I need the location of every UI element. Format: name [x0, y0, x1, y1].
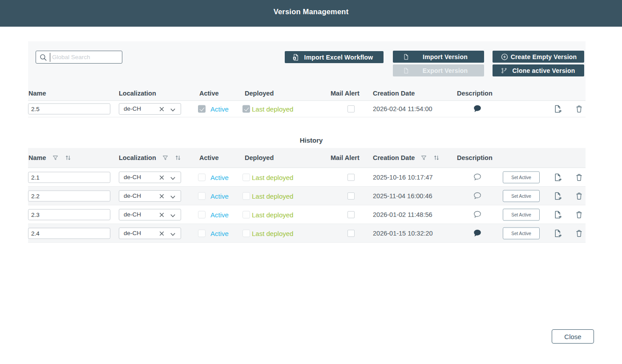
clear-icon[interactable]	[158, 212, 165, 218]
deployed-label: Last deployed	[252, 229, 293, 237]
mail-alert-checkbox[interactable]	[347, 211, 355, 218]
delete-icon[interactable]	[575, 229, 583, 237]
active-checkbox[interactable]	[198, 211, 206, 218]
localization-select[interactable]: de-CH	[119, 103, 181, 115]
import-version-button[interactable]: Import Version	[393, 51, 484, 63]
clear-icon[interactable]	[158, 174, 165, 181]
filter-icon[interactable]	[420, 155, 427, 161]
sort-icon[interactable]	[65, 154, 72, 161]
export-icon[interactable]	[553, 228, 562, 238]
mail-alert-checkbox[interactable]	[347, 192, 355, 200]
export-icon[interactable]	[553, 104, 562, 114]
clear-icon[interactable]	[158, 193, 165, 200]
filter-icon[interactable]	[52, 155, 59, 161]
localization-select[interactable]: de-CH	[119, 228, 181, 239]
column-header-deployed: Deployed	[245, 154, 274, 161]
deployed-checkbox[interactable]	[242, 173, 250, 181]
clone-active-version-label: Clone active Version	[513, 67, 575, 74]
chevron-down-icon[interactable]	[170, 232, 176, 237]
localization-value: de-CH	[124, 105, 141, 112]
text-cursor	[50, 53, 50, 62]
sort-icon[interactable]	[174, 154, 182, 161]
active-checkbox[interactable]	[198, 105, 206, 113]
column-header-localization: Localization	[119, 90, 156, 97]
export-version-label: Export Version	[423, 67, 468, 74]
chevron-down-icon[interactable]	[170, 107, 176, 112]
deployed-checkbox[interactable]	[242, 211, 250, 218]
main-table-header: Name Localization Active Deployed Mail A…	[28, 86, 586, 101]
creation-date: 2025-10-16 10:17:47	[373, 174, 433, 181]
mail-alert-checkbox[interactable]	[347, 105, 355, 112]
version-name-input[interactable]	[28, 190, 110, 201]
active-label: Active	[210, 229, 229, 237]
active-label: Active	[210, 192, 229, 200]
mail-alert-checkbox[interactable]	[347, 230, 355, 237]
creation-date: 2026-01-15 10:32:20	[373, 230, 433, 237]
active-checkbox[interactable]	[198, 229, 206, 237]
export-icon[interactable]	[553, 210, 562, 219]
chevron-down-icon[interactable]	[170, 176, 176, 181]
delete-icon[interactable]	[575, 210, 583, 219]
file-icon	[403, 67, 409, 74]
description-icon[interactable]	[473, 172, 482, 182]
clear-icon[interactable]	[158, 230, 165, 237]
deployed-checkbox[interactable]	[242, 229, 250, 237]
clear-icon[interactable]	[158, 106, 165, 112]
chevron-down-icon[interactable]	[170, 194, 176, 200]
delete-icon[interactable]	[575, 173, 583, 181]
clone-active-version-button[interactable]: Clone active Version	[493, 64, 584, 76]
import-excel-workflow-button[interactable]: Import Excel Workflow	[285, 51, 384, 63]
history-title: History	[32, 136, 590, 144]
version-name-input[interactable]	[28, 228, 110, 239]
localization-value: de-CH	[124, 174, 141, 180]
history-section-header: History	[28, 117, 586, 148]
delete-icon[interactable]	[575, 105, 583, 113]
description-icon[interactable]	[473, 104, 482, 114]
column-header-name: Name	[28, 154, 72, 161]
export-icon[interactable]	[553, 191, 562, 200]
export-icon[interactable]	[553, 172, 562, 182]
deployed-checkbox[interactable]	[242, 105, 250, 113]
column-header-description: Description	[457, 154, 493, 161]
global-search-input[interactable]	[52, 52, 119, 63]
deployed-label: Last deployed	[252, 192, 293, 200]
create-empty-version-button[interactable]: Create Empty Version	[493, 51, 584, 63]
localization-value: de-CH	[124, 192, 141, 199]
sort-icon[interactable]	[433, 154, 440, 161]
description-icon[interactable]	[473, 191, 482, 200]
import-version-label: Import Version	[423, 53, 468, 60]
localization-select[interactable]: de-CH	[119, 172, 181, 183]
localization-select[interactable]: de-CH	[119, 209, 181, 220]
version-name-input[interactable]	[28, 172, 110, 183]
description-icon[interactable]	[473, 228, 482, 238]
chevron-down-icon[interactable]	[170, 213, 176, 218]
branch-icon	[501, 67, 508, 74]
set-active-button[interactable]: Set Active	[503, 171, 540, 183]
filter-icon[interactable]	[162, 155, 169, 161]
close-button[interactable]: Close	[552, 329, 594, 344]
version-name-input[interactable]	[28, 209, 110, 220]
active-checkbox[interactable]	[198, 192, 206, 200]
global-search-box[interactable]	[36, 51, 122, 64]
deployed-label: Last deployed	[252, 211, 293, 218]
current-version-row: de-CH Active Last deployed 2026-02-04 11…	[28, 101, 586, 117]
history-table-header: Name Localization Active Deployed Mail A…	[28, 148, 586, 168]
mail-alert-checkbox[interactable]	[347, 174, 355, 181]
delete-icon[interactable]	[575, 192, 583, 200]
export-version-button: Export Version	[393, 64, 484, 76]
version-name-input[interactable]	[28, 104, 110, 115]
localization-value: de-CH	[124, 230, 141, 236]
history-row: de-CH Active Last deployed 2026-01-02 11…	[28, 205, 586, 224]
localization-value: de-CH	[124, 211, 141, 218]
localization-select[interactable]: de-CH	[119, 190, 181, 202]
description-icon[interactable]	[473, 210, 482, 219]
set-active-button[interactable]: Set Active	[503, 227, 540, 239]
create-empty-version-label: Create Empty Version	[511, 53, 577, 60]
active-label: Active	[210, 105, 229, 113]
active-checkbox[interactable]	[198, 173, 206, 181]
set-active-button[interactable]: Set Active	[503, 190, 540, 202]
set-active-button[interactable]: Set Active	[503, 208, 540, 220]
deployed-checkbox[interactable]	[242, 192, 250, 200]
active-label: Active	[210, 173, 229, 181]
column-header-deployed: Deployed	[245, 90, 274, 97]
